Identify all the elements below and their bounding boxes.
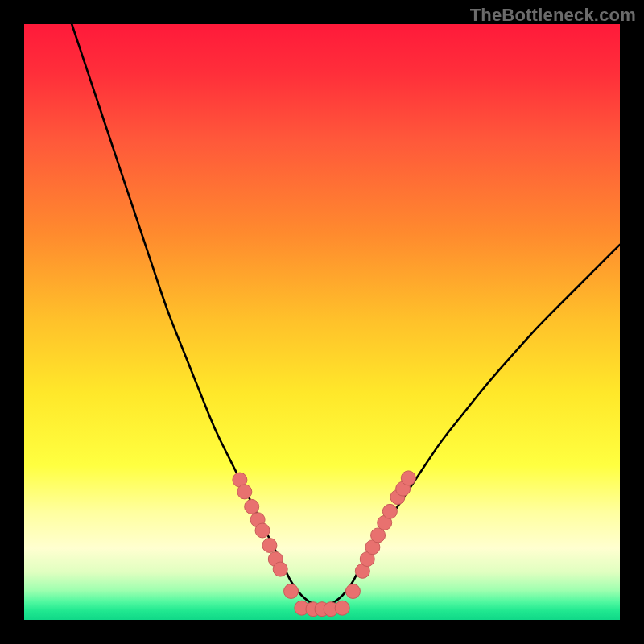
chart-dot bbox=[245, 499, 259, 514]
chart-dot bbox=[262, 539, 277, 553]
chart-dot bbox=[382, 504, 397, 518]
chart-dot bbox=[284, 584, 299, 598]
bottleneck-curve bbox=[72, 24, 620, 607]
chart-dot bbox=[255, 523, 270, 538]
chart-dot bbox=[401, 471, 415, 485]
chart-dot bbox=[273, 562, 287, 576]
chart-dot bbox=[237, 485, 252, 499]
chart-dot bbox=[345, 584, 360, 598]
watermark-label: TheBottleneck.com bbox=[470, 5, 636, 26]
chart-dot bbox=[335, 601, 349, 615]
chart-dots-group bbox=[233, 471, 415, 617]
chart-svg bbox=[24, 24, 620, 620]
